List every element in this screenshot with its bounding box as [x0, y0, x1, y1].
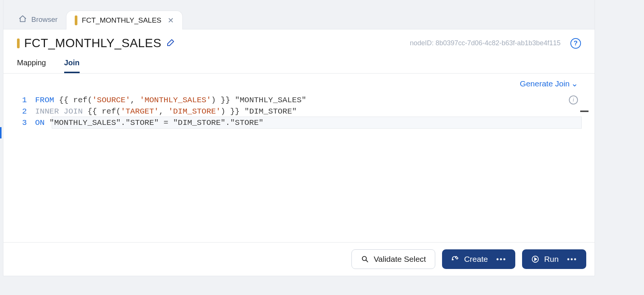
code-line-2[interactable]: 2 INNER JOIN {{ ref('TARGET', 'DIM_STORE…	[16, 106, 582, 117]
create-button[interactable]: Create •••	[442, 249, 515, 269]
more-icon[interactable]: •••	[567, 255, 577, 264]
code-line-1[interactable]: 1 FROM {{ ref('SOURCE', 'MONTHLY_SALES')…	[16, 95, 582, 106]
line-number: 1	[16, 95, 35, 106]
chevron-down-icon: ⌄	[571, 79, 578, 89]
edit-icon[interactable]	[166, 38, 175, 49]
close-icon[interactable]: ✕	[168, 16, 174, 25]
page-title: FCT_MONTHLY_SALES	[24, 36, 162, 50]
code-content: INNER JOIN {{ ref('TARGET', 'DIM_STORE')…	[35, 106, 297, 117]
code-line-3[interactable]: 3 ON "MONTHLY_SALES"."STORE" = "DIM_STOR…	[16, 117, 582, 129]
validate-select-label: Validate Select	[374, 255, 426, 264]
editor-area: Generate Join ⌄ i 1 FROM {{ ref('SOURCE'…	[3, 74, 595, 242]
node-type-icon	[17, 38, 20, 48]
subtab-mapping[interactable]: Mapping	[17, 58, 46, 73]
tab-active[interactable]: FCT_MONTHLY_SALES ✕	[66, 11, 183, 29]
left-active-marker	[0, 127, 2, 138]
app-frame: Browser FCT_MONTHLY_SALES ✕ FCT_MONTHLY_…	[3, 0, 595, 276]
generate-join-label: Generate Join	[520, 79, 570, 88]
tabbar: Browser FCT_MONTHLY_SALES ✕	[3, 0, 595, 29]
tab-active-label: FCT_MONTHLY_SALES	[82, 16, 162, 25]
code-editor[interactable]: 1 FROM {{ ref('SOURCE', 'MONTHLY_SALES')…	[16, 95, 582, 129]
line-number: 2	[16, 106, 35, 117]
svg-point-0	[362, 257, 367, 261]
validate-select-button[interactable]: Validate Select	[351, 249, 436, 269]
run-button[interactable]: Run •••	[522, 249, 586, 269]
create-label: Create	[464, 255, 488, 264]
header-row: FCT_MONTHLY_SALES nodeID: 8b0397cc-7d06-…	[3, 29, 595, 50]
code-content: ON "MONTHLY_SALES"."STORE" = "DIM_STORE"…	[35, 117, 263, 129]
node-id-label: nodeID: 8b0397cc-7d06-4c82-b63f-ab1b3be4…	[410, 39, 561, 47]
line-number: 3	[16, 117, 35, 129]
subtab-join[interactable]: Join	[64, 58, 80, 73]
code-content: FROM {{ ref('SOURCE', 'MONTHLY_SALES') }…	[35, 95, 306, 106]
more-icon[interactable]: •••	[496, 255, 506, 264]
tab-browser-label: Browser	[31, 15, 58, 24]
run-label: Run	[544, 255, 559, 264]
home-icon	[18, 15, 27, 25]
node-type-icon	[75, 15, 77, 25]
generate-join-button[interactable]: Generate Join ⌄	[16, 79, 582, 95]
tab-browser[interactable]: Browser	[10, 10, 66, 29]
footer-bar: Validate Select Create ••• Run •••	[3, 242, 595, 276]
help-icon[interactable]: ?	[570, 38, 581, 49]
subtabs: Mapping Join	[3, 50, 595, 74]
